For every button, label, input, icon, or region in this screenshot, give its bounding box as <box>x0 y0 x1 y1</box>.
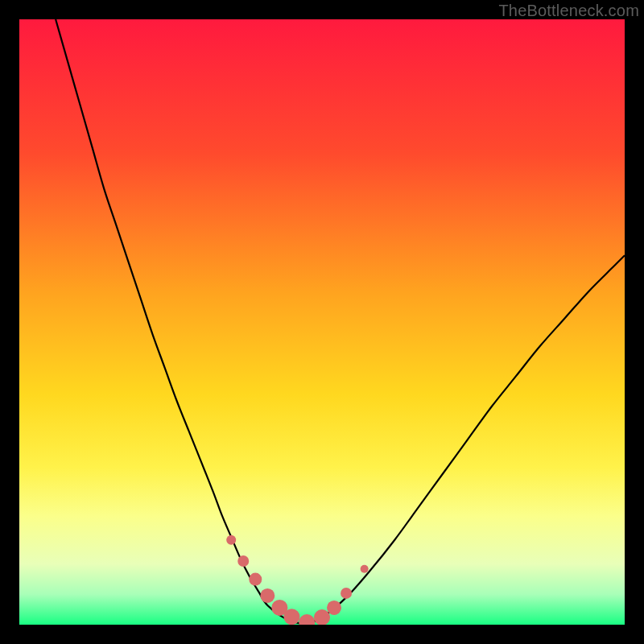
highlight-dot <box>341 588 352 599</box>
highlight-dot <box>283 609 299 625</box>
highlight-dot <box>361 565 369 573</box>
highlight-dot <box>237 555 249 567</box>
highlight-dot <box>226 535 236 545</box>
gradient-background <box>19 19 625 625</box>
highlight-dot <box>249 573 262 586</box>
highlight-dot <box>327 601 341 615</box>
plot-area <box>19 19 625 625</box>
bottleneck-chart <box>19 19 625 625</box>
watermark-label: TheBottleneck.com <box>498 2 639 20</box>
highlight-dot <box>260 588 275 603</box>
chart-frame: TheBottleneck.com <box>0 0 644 644</box>
